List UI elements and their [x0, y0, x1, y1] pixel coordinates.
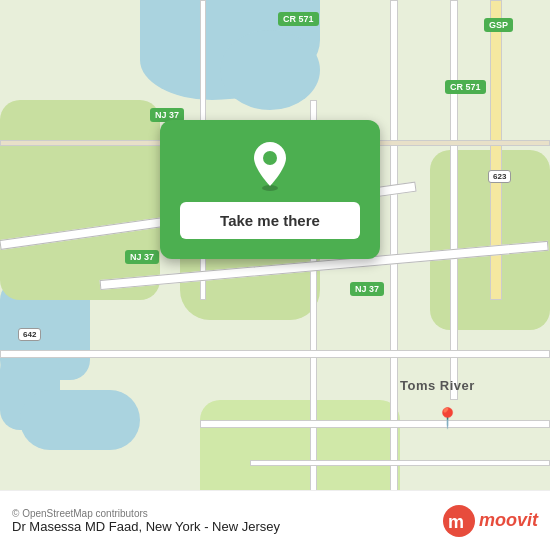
- road-label-623: 623: [488, 170, 511, 183]
- water-body-bottom-left: [20, 390, 140, 450]
- moovit-text: moovit: [479, 510, 538, 531]
- road-label-gsp: GSP: [484, 18, 513, 32]
- road-vertical-gsp: [450, 0, 458, 400]
- road-label-cr571-top: CR 571: [278, 12, 319, 26]
- road-label-nj37-mid: NJ 37: [125, 250, 159, 264]
- location-name: Dr Masessa MD Faad, New York - New Jerse…: [12, 519, 280, 534]
- svg-text:m: m: [448, 512, 464, 532]
- bottom-left-info: © OpenStreetMap contributors Dr Masessa …: [12, 508, 280, 534]
- map-pin-icon: [248, 140, 292, 192]
- road-horizontal-2: [200, 420, 550, 428]
- popup-card: Take me there: [160, 120, 380, 259]
- moovit-logo: m moovit: [443, 505, 538, 537]
- road-label-cr571-right: CR 571: [445, 80, 486, 94]
- location-pin-toms-river: 📍: [435, 406, 460, 430]
- green-area-1: [0, 100, 160, 300]
- road-label-nj37-right: NJ 37: [350, 282, 384, 296]
- take-me-there-button[interactable]: Take me there: [180, 202, 360, 239]
- road-vertical-1: [390, 0, 398, 550]
- moovit-m-icon: m: [443, 505, 475, 537]
- map-container: CR 571 CR 571 GSP NJ 37 NJ 37 NJ 37 623 …: [0, 0, 550, 550]
- road-horizontal-3: [250, 460, 550, 466]
- water-body-center: [220, 30, 320, 110]
- city-label-toms-river: Toms River: [400, 378, 475, 393]
- osm-credit: © OpenStreetMap contributors: [12, 508, 280, 519]
- road-horizontal-1: [0, 350, 550, 358]
- svg-point-1: [263, 151, 277, 165]
- road-label-642: 642: [18, 328, 41, 341]
- bottom-bar: © OpenStreetMap contributors Dr Masessa …: [0, 490, 550, 550]
